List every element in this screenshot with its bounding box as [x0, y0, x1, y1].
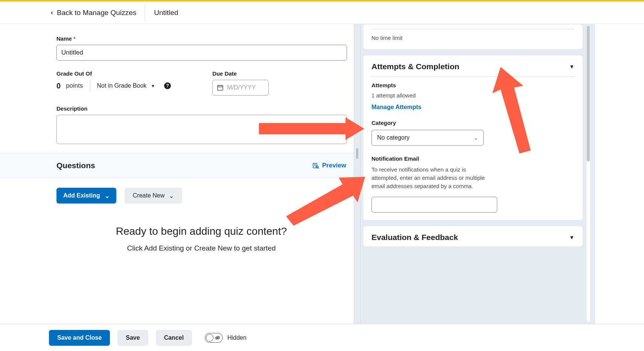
chevron-down-icon: ⌄	[474, 135, 478, 141]
scrollbar-thumb	[587, 26, 590, 161]
caret-down-icon: ▼	[569, 234, 574, 240]
grade-label: Grade Out Of	[56, 70, 171, 77]
attempts-value: 1 attempt allowed	[371, 92, 574, 99]
cancel-button[interactable]: Cancel	[156, 330, 192, 346]
eye-off-icon	[215, 335, 221, 341]
main-column: Name * Grade Out Of 0 points Not in Grad…	[0, 24, 354, 324]
name-input[interactable]	[56, 45, 347, 61]
caret-down-icon: ▼	[569, 64, 574, 70]
gradebook-dropdown[interactable]: Not in Grade Book	[97, 82, 147, 89]
footer-bar: Save and Close Save Cancel Hidden	[0, 324, 644, 351]
preview-link[interactable]: Preview	[312, 162, 346, 169]
preview-icon	[312, 162, 319, 169]
svg-point-7	[316, 166, 318, 168]
chevron-down-icon: ▾	[152, 83, 154, 89]
svg-rect-0	[218, 85, 223, 90]
category-label: Category	[371, 120, 574, 126]
help-icon[interactable]: ?	[164, 82, 171, 89]
grade-group: Grade Out Of 0 points Not in Grade Book …	[56, 70, 171, 96]
empty-subtitle: Click Add Existing or Create New to get …	[56, 244, 346, 252]
attempts-panel-header[interactable]: Attempts & Completion ▼	[371, 62, 574, 71]
due-date-input[interactable]: M/D/YYYY	[212, 80, 269, 96]
scrollbar[interactable]	[586, 26, 591, 322]
svg-line-8	[318, 168, 318, 169]
chevron-down-icon: ⌄	[105, 192, 110, 199]
calendar-icon	[217, 85, 223, 91]
top-bar: ‹ Back to Manage Quizzes Untitled	[0, 2, 644, 24]
name-label: Name *	[56, 35, 346, 42]
manage-attempts-link[interactable]: Manage Attempts	[371, 104, 422, 111]
visibility-toggle[interactable]: Hidden	[205, 333, 247, 343]
description-input[interactable]	[56, 115, 347, 144]
due-date-group: Due Date M/D/YYYY	[212, 70, 269, 96]
evaluation-panel: Evaluation & Feedback ▼	[363, 226, 583, 247]
add-existing-button[interactable]: Add Existing ⌄	[56, 188, 116, 204]
save-and-close-button[interactable]: Save and Close	[49, 330, 110, 346]
save-button[interactable]: Save	[117, 330, 148, 346]
preview-label: Preview	[322, 162, 346, 169]
attempts-panel-title: Attempts & Completion	[371, 62, 459, 71]
drag-handle-icon	[356, 148, 358, 159]
questions-heading: Questions	[56, 161, 95, 170]
notification-email-input[interactable]	[371, 197, 497, 213]
time-limit-text: No time limit	[371, 35, 574, 41]
grade-points-number[interactable]: 0	[56, 82, 61, 90]
notification-label: Notification Email	[371, 155, 574, 162]
attempts-panel: Attempts & Completion ▼ Attempts 1 attem…	[363, 55, 583, 220]
empty-state: Ready to begin adding quiz content? Clic…	[56, 225, 346, 252]
questions-bar: Questions Preview	[0, 153, 354, 178]
page-title: Untitled	[154, 9, 178, 17]
visibility-label: Hidden	[227, 334, 247, 341]
attempts-label: Attempts	[371, 82, 574, 88]
create-new-button[interactable]: Create New ⌄	[125, 188, 182, 204]
due-date-label: Due Date	[212, 70, 269, 77]
chevron-left-icon: ‹	[51, 9, 53, 17]
resize-gutter[interactable]	[354, 24, 361, 324]
back-link[interactable]: ‹ Back to Manage Quizzes	[0, 9, 136, 17]
empty-title: Ready to begin adding quiz content?	[56, 225, 346, 237]
description-label: Description	[56, 105, 346, 112]
evaluation-panel-header[interactable]: Evaluation & Feedback ▼	[371, 233, 574, 242]
chevron-down-icon: ⌄	[169, 192, 174, 199]
header-divider	[145, 4, 145, 21]
right-column: No time limit Attempts & Completion ▼ At…	[361, 24, 595, 324]
timing-panel: No time limit	[363, 24, 583, 50]
body-row: Name * Grade Out Of 0 points Not in Grad…	[0, 24, 644, 324]
grade-points-word: points	[66, 82, 83, 90]
notification-description: To receive notifications when a quiz is …	[371, 166, 492, 190]
right-margin	[595, 24, 644, 324]
category-select[interactable]: No category ⌄	[371, 130, 484, 146]
back-link-label: Back to Manage Quizzes	[57, 9, 136, 17]
evaluation-panel-title: Evaluation & Feedback	[371, 233, 458, 242]
due-date-placeholder: M/D/YYYY	[227, 84, 256, 91]
category-value: No category	[377, 134, 410, 141]
divider	[90, 81, 90, 91]
